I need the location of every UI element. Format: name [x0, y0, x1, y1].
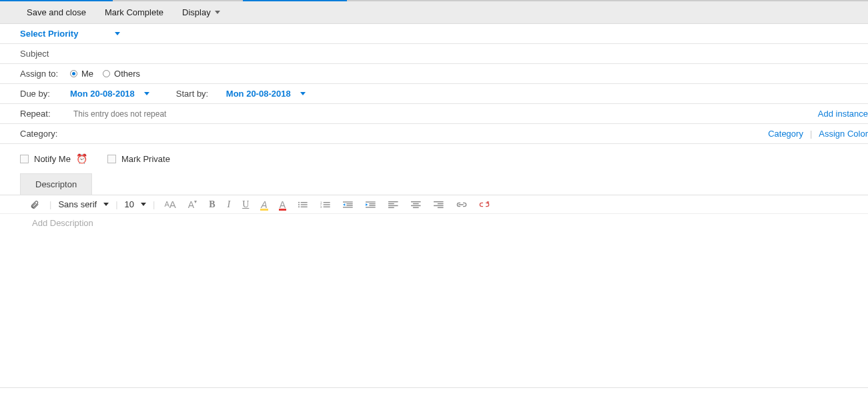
unlink-icon	[479, 200, 490, 209]
paperclip-icon	[29, 200, 40, 209]
mark-private-checkbox[interactable]: Mark Private	[107, 154, 170, 164]
priority-dropdown[interactable]: Select Priority	[20, 29, 120, 39]
svg-rect-23	[388, 203, 394, 203]
svg-rect-29	[413, 207, 419, 207]
priority-placeholder: Select Priority	[20, 29, 78, 39]
align-left-icon	[388, 200, 399, 209]
attachment-button[interactable]	[27, 199, 43, 211]
svg-marker-18	[366, 203, 368, 206]
svg-point-2	[298, 204, 300, 205]
notify-me-checkbox[interactable]: Notify Me ⏰	[20, 153, 87, 164]
start-by-value: Mon 20-08-2018	[226, 89, 291, 99]
outdent-icon	[343, 200, 354, 209]
svg-rect-21	[366, 207, 376, 207]
subject-label: Subject	[20, 49, 49, 59]
mark-private-label: Mark Private	[121, 154, 170, 164]
assign-color-link[interactable]: Assign Color	[819, 129, 868, 139]
assign-me-radio[interactable]: Me	[70, 69, 93, 79]
align-left-button[interactable]	[386, 199, 402, 211]
svg-rect-31	[438, 203, 444, 203]
font-family-select[interactable]: Sans serif	[58, 199, 109, 209]
start-by-date-picker[interactable]: Mon 20-08-2018	[226, 89, 306, 99]
repeat-label: Repeat:	[20, 109, 60, 119]
assign-me-label: Me	[81, 69, 93, 79]
radio-unselected-icon	[103, 70, 110, 77]
svg-rect-30	[434, 201, 444, 201]
mark-complete-button[interactable]: Mark Complete	[98, 5, 170, 20]
align-center-button[interactable]	[408, 199, 424, 211]
due-by-label: Due by:	[20, 89, 60, 99]
font-size-value: 10	[125, 199, 134, 209]
svg-rect-33	[438, 207, 444, 207]
number-list-icon: 1 2 3	[320, 200, 331, 209]
assign-others-radio[interactable]: Others	[103, 69, 140, 79]
main-toolbar: Save and close Mark Complete Display	[0, 1, 868, 24]
assign-to-row: Assign to: Me Others	[0, 64, 868, 84]
bullet-list-button[interactable]	[295, 199, 311, 211]
alarm-icon: ⏰	[76, 153, 87, 164]
separator: |	[810, 129, 812, 139]
editor-toolbar: | Sans serif | 10 | AA A▾ B I U A A	[0, 195, 868, 214]
indent-button[interactable]	[363, 199, 379, 211]
italic-button[interactable]: I	[225, 199, 234, 211]
svg-rect-16	[343, 207, 353, 207]
svg-rect-24	[388, 205, 398, 205]
add-instance-link[interactable]: Add instance	[818, 109, 868, 119]
start-by-label: Start by:	[176, 89, 216, 99]
svg-marker-13	[343, 203, 345, 206]
svg-rect-3	[301, 204, 308, 205]
tabs-bar: Descripton	[0, 173, 868, 195]
editor-body[interactable]: Add Description	[0, 214, 868, 387]
category-row: Category: Category | Assign Color	[0, 124, 868, 144]
svg-point-4	[298, 206, 300, 207]
category-link[interactable]: Category	[768, 129, 803, 139]
svg-rect-17	[366, 201, 376, 202]
svg-rect-22	[388, 201, 398, 201]
svg-rect-11	[324, 206, 330, 207]
svg-rect-1	[301, 202, 308, 203]
highlight-color-button[interactable]: A	[258, 199, 270, 211]
svg-rect-12	[343, 201, 353, 202]
separator: |	[49, 199, 51, 209]
chevron-down-icon	[144, 92, 149, 95]
display-dropdown[interactable]: Display	[175, 5, 227, 20]
tab-description[interactable]: Descripton	[20, 173, 92, 195]
chevron-down-icon	[141, 203, 146, 206]
category-label: Category:	[20, 129, 70, 139]
dates-row: Due by: Mon 20-08-2018 Start by: Mon 20-…	[0, 84, 868, 104]
svg-rect-28	[411, 205, 421, 205]
underline-button[interactable]: U	[240, 199, 252, 211]
due-by-date-picker[interactable]: Mon 20-08-2018	[70, 89, 149, 99]
svg-rect-26	[411, 201, 421, 201]
bold-button[interactable]: B	[206, 199, 218, 211]
svg-rect-5	[301, 206, 308, 207]
svg-rect-27	[413, 203, 419, 203]
indent-icon	[366, 200, 376, 209]
decrease-font-button[interactable]: A▾	[185, 199, 199, 211]
insert-link-button[interactable]	[454, 199, 470, 211]
due-by-value: Mon 20-08-2018	[70, 89, 135, 99]
remove-link-button[interactable]	[476, 199, 492, 211]
chevron-down-icon	[115, 32, 120, 35]
svg-text:3: 3	[320, 205, 322, 208]
bullet-list-icon	[298, 200, 308, 209]
notify-me-label: Notify Me	[34, 154, 71, 164]
increase-font-button[interactable]: AA	[161, 198, 178, 211]
number-list-button[interactable]: 1 2 3	[318, 199, 334, 211]
outdent-button[interactable]	[340, 199, 356, 211]
priority-row: Select Priority	[0, 24, 868, 44]
chevron-down-icon	[103, 203, 109, 206]
svg-rect-19	[369, 203, 375, 204]
align-center-icon	[411, 200, 422, 209]
checkbox-unchecked-icon	[20, 155, 29, 163]
save-and-close-button[interactable]: Save and close	[20, 5, 93, 20]
subject-row[interactable]: Subject	[0, 44, 868, 64]
svg-rect-32	[434, 205, 444, 205]
radio-selected-icon	[70, 70, 77, 77]
repeat-row: Repeat: This entry does not repeat Add i…	[0, 104, 868, 124]
font-size-select[interactable]: 10	[125, 199, 146, 209]
assign-others-label: Others	[114, 69, 140, 79]
font-color-button[interactable]: A	[277, 199, 288, 211]
svg-rect-20	[369, 205, 375, 205]
align-right-button[interactable]	[431, 199, 447, 211]
